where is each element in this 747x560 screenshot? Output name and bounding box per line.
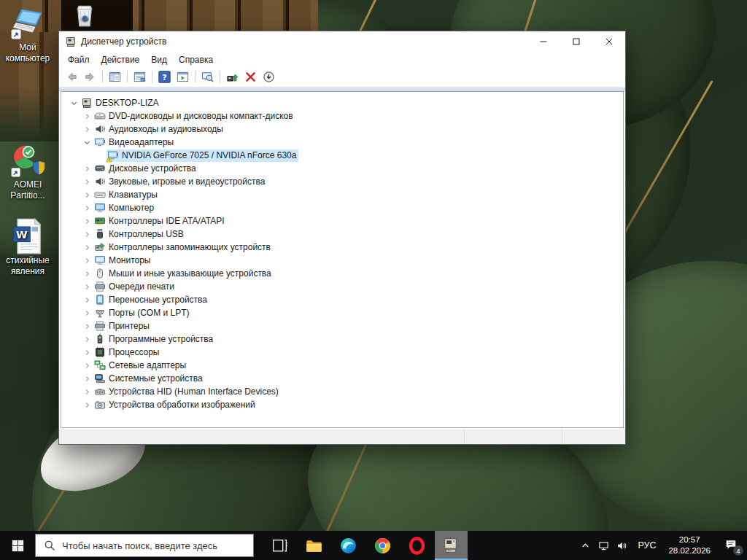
tree-item-core[interactable]: Принтеры [93, 320, 152, 332]
maximize-button[interactable] [560, 31, 592, 52]
tree-item-2[interactable]: Аудиовходы и аудиовыходы [61, 122, 623, 136]
toolbar-scan-hardware-changes-button[interactable] [198, 69, 217, 85]
taskbar-edge-button[interactable] [332, 531, 365, 560]
taskbar-device-manager-button[interactable] [435, 531, 468, 560]
chevron-right-icon[interactable] [80, 281, 93, 292]
tree-item-core[interactable]: DVD-дисководы и дисководы компакт-дисков [93, 110, 295, 122]
chevron-right-icon[interactable] [80, 163, 93, 174]
chevron-right-icon[interactable] [80, 176, 93, 187]
tree-item-core[interactable]: Видеоадаптеры [93, 136, 176, 149]
tree-item-4[interactable]: NVIDIA GeForce 7025 / NVIDIA nForce 630a [61, 149, 623, 162]
tree-item-17[interactable]: Принтеры [61, 319, 623, 332]
tree-item-19[interactable]: Процессоры [61, 346, 623, 359]
clock[interactable]: 20:57 28.02.2026 [662, 531, 716, 560]
tree-item-core[interactable]: Контроллеры запоминающих устройств [93, 241, 273, 254]
chevron-right-icon[interactable] [80, 215, 93, 227]
chevron-right-icon[interactable] [80, 202, 93, 214]
tree-item-18[interactable]: Программные устройства [61, 332, 623, 346]
tree-item-13[interactable]: Мыши и иные указывающие устройства [61, 267, 623, 280]
chevron-right-icon[interactable] [80, 333, 93, 345]
tree-item-10[interactable]: Контроллеры USB [61, 228, 623, 241]
tree-item-14[interactable]: Очереди печати [61, 280, 623, 293]
tree-item-core[interactable]: Системные устройства [93, 373, 205, 385]
tree-item-core[interactable]: Контроллеры USB [93, 228, 186, 241]
toolbar-console-tree-button[interactable] [106, 69, 124, 85]
toolbar-help-button[interactable]: ? [155, 69, 174, 85]
tree-item-core[interactable]: Дисковые устройства [93, 163, 198, 175]
tree-item-0[interactable]: DESKTOP-LIZA [61, 96, 623, 109]
taskbar-task-view-button[interactable] [263, 531, 296, 560]
tree-item-core[interactable]: Мыши и иные указывающие устройства [93, 268, 274, 280]
menu-item-1[interactable]: Действие [96, 53, 146, 66]
search-input[interactable] [62, 540, 244, 551]
tree-item-core[interactable]: Очереди печати [93, 281, 177, 293]
tree-item-core[interactable]: Контроллеры IDE ATA/ATAPI [93, 215, 227, 228]
tree-item-core[interactable]: Устройства HID (Human Interface Devices) [93, 386, 281, 398]
tree-item-core[interactable]: Устройства обработки изображений [93, 399, 258, 411]
toolbar-update-driver-button[interactable] [223, 69, 241, 85]
tree-item-core[interactable]: Процессоры [93, 346, 162, 359]
volume-icon[interactable] [613, 531, 631, 560]
language-indicator[interactable]: РУС [631, 531, 662, 560]
chevron-right-icon[interactable] [80, 346, 93, 358]
tree-item-22[interactable]: Устройства HID (Human Interface Devices) [61, 385, 623, 398]
chevron-right-icon[interactable] [80, 307, 93, 319]
tree-item-8[interactable]: Компьютер [61, 201, 623, 214]
tray-overflow-button[interactable] [576, 531, 595, 560]
action-center-button[interactable]: 4 [716, 531, 746, 560]
tree-item-5[interactable]: Дисковые устройства [61, 162, 623, 175]
tree-item-core[interactable]: Звуковые, игровые и видеоустройства [93, 176, 267, 188]
network-icon[interactable] [595, 531, 613, 560]
tree-item-21[interactable]: Системные устройства [61, 372, 623, 385]
desktop-icon-my-computer[interactable]: Мой компьютер [1, 6, 55, 63]
window-titlebar[interactable]: Диспетчер устройств [59, 31, 625, 52]
taskbar-opera-button[interactable] [400, 531, 433, 560]
tree-item-core[interactable]: Клавиатуры [93, 189, 160, 201]
toolbar-back-button[interactable] [63, 69, 81, 85]
toolbar-uninstall-device-button[interactable] [241, 69, 260, 85]
tree-item-3[interactable]: Видеоадаптеры [61, 136, 623, 149]
tree-item-core[interactable]: Аудиовходы и аудиовыходы [93, 123, 225, 136]
chevron-right-icon[interactable] [80, 268, 93, 279]
close-button[interactable] [592, 31, 625, 52]
tree-item-16[interactable]: Порты (COM и LPT) [61, 306, 623, 319]
chevron-right-icon[interactable] [80, 241, 93, 253]
toolbar-forward-button[interactable] [81, 69, 99, 85]
desktop-icon-aomei-partition[interactable]: AOMEI Partitio... [1, 143, 54, 201]
tree-item-9[interactable]: Контроллеры IDE ATA/ATAPI [61, 214, 623, 228]
toolbar-properties-button[interactable] [131, 69, 149, 85]
desktop-icon-recycle-bin[interactable]: ♻ [64, 1, 105, 32]
desktop-icon-word-document[interactable]: W стихийные явления [1, 217, 54, 276]
chevron-down-icon[interactable] [67, 97, 80, 109]
toolbar-action-pane-button[interactable] [174, 69, 192, 85]
taskbar-search[interactable] [35, 534, 254, 557]
chevron-right-icon[interactable] [80, 228, 93, 240]
tree-item-1[interactable]: DVD-дисководы и дисководы компакт-дисков [61, 109, 623, 122]
toolbar-disable-device-button[interactable] [260, 69, 278, 85]
tree-item-core[interactable]: DESKTOP-LIZA [80, 97, 160, 109]
chevron-right-icon[interactable] [80, 254, 93, 266]
chevron-down-icon[interactable] [80, 136, 93, 148]
tree-item-11[interactable]: Контроллеры запоминающих устройств [61, 241, 623, 254]
tree-item-core[interactable]: Сетевые адаптеры [93, 359, 188, 372]
taskbar-file-explorer-button[interactable] [298, 531, 330, 560]
tree-item-15[interactable]: Переносные устройства [61, 293, 623, 306]
tree-item-core[interactable]: Программные устройства [93, 333, 215, 346]
tree-item-20[interactable]: Сетевые адаптеры [61, 359, 623, 372]
tree-item-23[interactable]: Устройства обработки изображений [61, 398, 623, 411]
minimize-button[interactable] [527, 31, 560, 52]
tree-item-core[interactable]: Порты (COM и LPT) [93, 307, 192, 319]
chevron-right-icon[interactable] [80, 110, 93, 122]
tree-item-6[interactable]: Звуковые, игровые и видеоустройства [61, 175, 623, 188]
menu-item-2[interactable]: Вид [145, 53, 173, 66]
chevron-right-icon[interactable] [80, 386, 93, 397]
chevron-right-icon[interactable] [80, 123, 93, 135]
tree-item-core[interactable]: Переносные устройства [93, 294, 209, 306]
taskbar-chrome-button[interactable] [366, 531, 399, 560]
chevron-right-icon[interactable] [80, 189, 93, 201]
chevron-right-icon[interactable] [80, 373, 93, 384]
tree-item-core[interactable]: Компьютер [93, 202, 156, 214]
chevron-right-icon[interactable] [80, 359, 93, 371]
tree-item-core[interactable]: NVIDIA GeForce 7025 / NVIDIA nForce 630a [107, 149, 298, 162]
chevron-right-icon[interactable] [80, 320, 93, 332]
